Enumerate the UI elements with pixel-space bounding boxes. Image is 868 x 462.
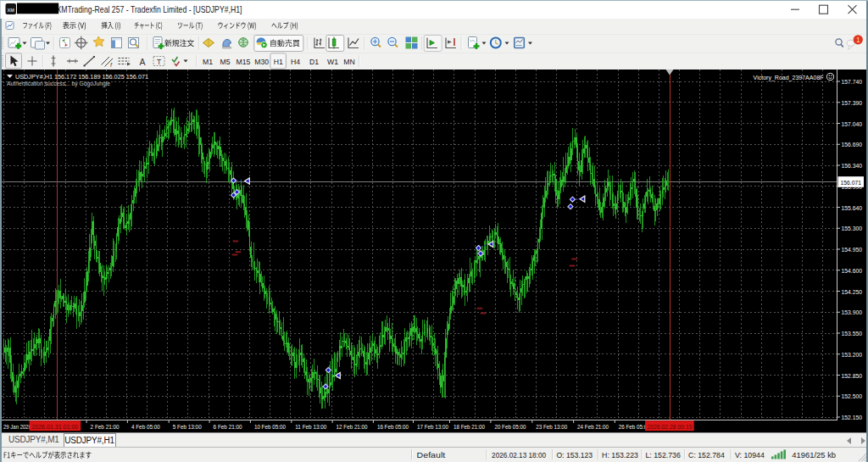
- svg-text:T: T: [157, 58, 161, 66]
- svg-text:155.300: 155.300: [842, 225, 863, 232]
- svg-text:153.900: 153.900: [842, 309, 863, 316]
- svg-text:Default: Default: [417, 451, 446, 459]
- svg-text:2026.01.31 01:00: 2026.01.31 01:00: [31, 423, 78, 431]
- svg-text:V: 10944: V: 10944: [735, 451, 765, 459]
- svg-text:155.640: 155.640: [842, 204, 863, 212]
- svg-text:11 Feb 13:00: 11 Feb 13:00: [295, 423, 326, 431]
- svg-text:157.390: 157.390: [842, 99, 863, 107]
- svg-text:23 Feb 13:00: 23 Feb 13:00: [536, 423, 567, 431]
- svg-text:M5: M5: [220, 58, 231, 66]
- svg-text:154.950: 154.950: [842, 246, 863, 253]
- svg-text:MN: MN: [343, 58, 355, 66]
- svg-text:M30: M30: [254, 58, 269, 66]
- svg-text:5 Feb 13:00: 5 Feb 13:00: [173, 423, 202, 431]
- svg-text:152.850: 152.850: [842, 372, 863, 380]
- svg-text:20 Feb 05:00: 20 Feb 05:00: [494, 423, 526, 431]
- svg-text:18 Feb 21:00: 18 Feb 21:00: [453, 423, 485, 431]
- svg-text:D1: D1: [309, 58, 319, 66]
- svg-text:152.500: 152.500: [842, 392, 863, 400]
- svg-text:H1: H1: [274, 58, 283, 66]
- svg-text:2026.02.28 00:15: 2026.02.28 00:15: [648, 423, 693, 431]
- svg-text:154.600: 154.600: [842, 267, 863, 275]
- svg-text:2026.02.13 18:00: 2026.02.13 18:00: [492, 451, 546, 459]
- svg-text:W1: W1: [327, 58, 338, 66]
- svg-text:153.200: 153.200: [842, 351, 863, 359]
- svg-text:L: 152.736: L: 152.736: [645, 451, 681, 459]
- svg-text:H: 153.223: H: 153.223: [602, 451, 638, 459]
- svg-text:156.071: 156.071: [841, 179, 862, 186]
- svg-text:Authentication success... by G: Authentication success... by GogoJungle: [7, 81, 110, 87]
- svg-text:2 Feb 21:00: 2 Feb 21:00: [91, 423, 120, 431]
- svg-text:17 Feb 13:00: 17 Feb 13:00: [417, 423, 448, 431]
- svg-text:156.340: 156.340: [842, 162, 863, 170]
- svg-text:41961/25 kb: 41961/25 kb: [792, 451, 836, 459]
- svg-text:154.250: 154.250: [842, 288, 863, 296]
- svg-text:Victory_Road_2397AA08F: Victory_Road_2397AA08F: [754, 74, 824, 81]
- svg-text:157.740: 157.740: [842, 78, 863, 86]
- svg-text:M1: M1: [203, 58, 213, 66]
- svg-text:6 Feb 21:00: 6 Feb 21:00: [214, 423, 242, 431]
- svg-text:24 Feb 21:00: 24 Feb 21:00: [577, 423, 609, 431]
- svg-text:156.690: 156.690: [842, 141, 863, 148]
- svg-text:153.550: 153.550: [842, 330, 863, 337]
- svg-text:152.150: 152.150: [842, 414, 863, 421]
- svg-text:4 Feb 05:00: 4 Feb 05:00: [131, 423, 160, 431]
- svg-text:O: 153.123: O: 153.123: [556, 451, 593, 459]
- svg-text:16 Feb 05:00: 16 Feb 05:00: [377, 423, 409, 431]
- svg-text:XMTrading-Real 257 - Tradexfin: XMTrading-Real 257 - Tradexfin Limited -…: [57, 4, 242, 14]
- svg-text:M15: M15: [236, 58, 251, 66]
- svg-text:H4: H4: [291, 58, 300, 66]
- svg-text:29 Jan 2026: 29 Jan 2026: [3, 423, 31, 431]
- svg-text:USDJPY#,H1 156.172 156.189 15: USDJPY#,H1 156.172 156.189 156.025 156.0…: [15, 74, 148, 80]
- svg-text:1: 1: [856, 36, 860, 44]
- svg-text:XM: XM: [8, 8, 15, 13]
- svg-text:10 Feb 05:00: 10 Feb 05:00: [254, 423, 286, 431]
- svg-text:12 Feb 21:00: 12 Feb 21:00: [337, 423, 368, 431]
- svg-text:157.040: 157.040: [842, 120, 863, 128]
- svg-text:A: A: [139, 57, 145, 67]
- svg-text:C: 152.784: C: 152.784: [688, 451, 725, 459]
